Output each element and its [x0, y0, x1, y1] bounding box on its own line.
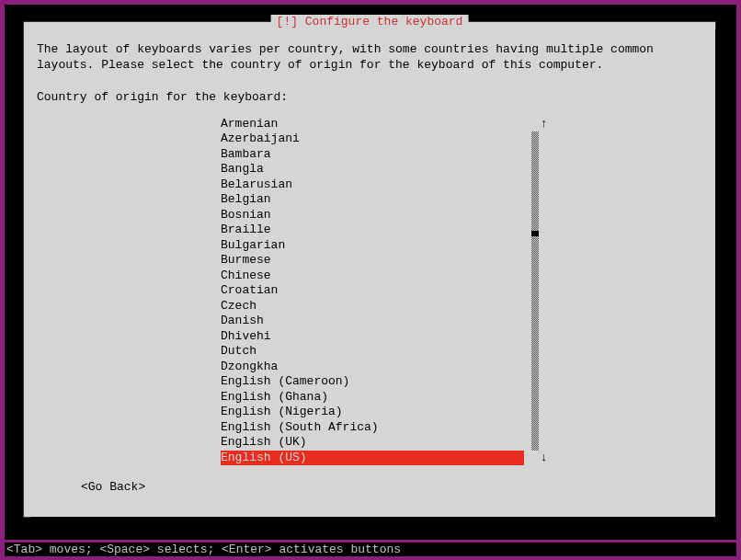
list-item[interactable]: Danish — [221, 314, 524, 329]
list-item[interactable]: English (US) — [221, 451, 524, 466]
list-item[interactable]: English (South Africa) — [221, 420, 524, 436]
list-item[interactable]: Croatian — [221, 283, 524, 299]
list-item[interactable]: English (Ghana) — [221, 390, 524, 406]
list-item[interactable]: Azerbaijani — [221, 131, 524, 147]
list-item[interactable]: Czech — [221, 299, 524, 314]
list-item[interactable]: English (Cameroon) — [221, 374, 524, 390]
list-item[interactable]: Dzongkha — [221, 360, 524, 375]
list-item[interactable]: Bulgarian — [221, 238, 524, 254]
dialog-body-text: The layout of keyboards varies per count… — [37, 42, 706, 74]
configure-keyboard-dialog: [!] Configure the keyboard The layout of… — [23, 21, 716, 518]
list-item[interactable]: Armenian — [221, 117, 524, 132]
dialog-wrapper: [!] Configure the keyboard The layout of… — [23, 21, 716, 518]
scroll-down-icon[interactable]: ↓ — [541, 451, 548, 466]
help-line: <Tab> moves; <Space> selects; <Enter> ac… — [5, 543, 736, 556]
list-item[interactable]: Bambara — [221, 147, 524, 163]
keyboard-country-list[interactable]: ArmenianAzerbaijaniBambaraBanglaBelarusi… — [37, 117, 706, 466]
list-item[interactable]: English (UK) — [221, 435, 524, 451]
list-item[interactable]: English (Nigeria) — [221, 405, 524, 420]
dialog-title: [!] Configure the keyboard — [271, 15, 469, 29]
dialog-prompt: Country of origin for the keyboard: — [37, 90, 706, 104]
scroll-track[interactable] — [531, 131, 539, 451]
scrollbar[interactable]: ↑ ↓ — [524, 117, 557, 466]
list-item[interactable]: Belgian — [221, 192, 524, 208]
list-item[interactable]: Dhivehi — [221, 329, 524, 345]
list-item[interactable]: Belarusian — [221, 177, 524, 193]
list-item[interactable]: Burmese — [221, 253, 524, 269]
list-item[interactable]: Dutch — [221, 344, 524, 360]
list-item[interactable]: Chinese — [221, 269, 524, 284]
go-back-button[interactable]: <Go Back> — [81, 480, 145, 494]
scroll-thumb[interactable] — [531, 231, 539, 236]
list-item[interactable]: Bangla — [221, 162, 524, 177]
list-item[interactable]: Braille — [221, 223, 524, 238]
terminal-background: [!] Configure the keyboard The layout of… — [5, 5, 736, 540]
scroll-up-icon[interactable]: ↑ — [541, 117, 548, 132]
list-item[interactable]: Bosnian — [221, 208, 524, 223]
